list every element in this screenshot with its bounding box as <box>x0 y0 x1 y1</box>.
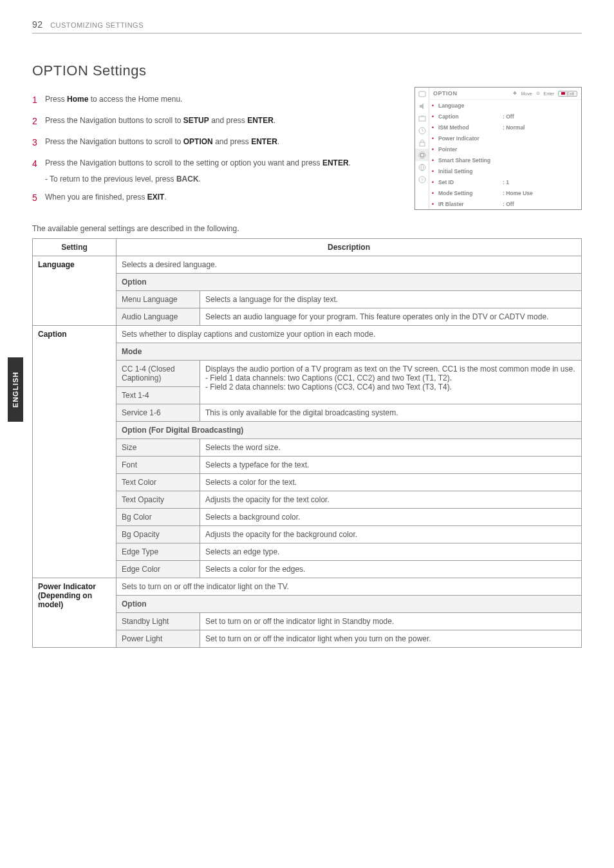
option-name: Bg Opacity <box>116 526 200 543</box>
option-desc: Selects a color for the text. <box>200 474 582 491</box>
page-header: 92 CUSTOMIZING SETTINGS <box>32 19 582 33</box>
osd-item[interactable]: •Smart Share Setting <box>429 155 581 165</box>
option-desc: Selects a color for the edges. <box>200 561 582 578</box>
osd-item[interactable]: •Power Indicator <box>429 133 581 144</box>
option-desc: Set to turn on or off the indicator ligh… <box>200 630 582 648</box>
svg-rect-3 <box>420 142 425 146</box>
subhead-mode: Mode <box>116 343 582 361</box>
osd-item-label: Mode Setting <box>438 190 503 196</box>
osd-item-value: : Normal <box>503 124 525 131</box>
bullet-icon: • <box>432 102 438 109</box>
osd-item[interactable]: •ISM Method: Normal <box>429 122 581 133</box>
bullet-icon: • <box>432 124 438 131</box>
table-head-row: Setting Description <box>33 239 582 256</box>
osd-item[interactable]: •Language <box>429 100 581 111</box>
option-name: Text Opacity <box>116 491 200 509</box>
step-text: Press Home to access the Home menu. <box>45 93 182 105</box>
svg-text:?: ? <box>421 178 423 182</box>
osd-panel: ? OPTION ✥ Move ⊙ Enter Exit •Language•C… <box>414 87 582 210</box>
setting-caption: Caption <box>33 326 116 578</box>
move-icon: ✥ <box>513 91 517 96</box>
step-text: Press the Navigation buttons to scroll t… <box>45 157 351 169</box>
option-name: Edge Type <box>116 543 200 561</box>
step-4: 4 Press the Navigation buttons to scroll… <box>32 157 393 171</box>
osd-item[interactable]: •IR Blaster: Off <box>429 198 581 209</box>
exit-swatch <box>561 92 565 95</box>
svg-point-4 <box>420 153 424 157</box>
bullet-icon: • <box>432 201 438 207</box>
step-text: Press the Navigation buttons to scroll t… <box>45 115 275 126</box>
step-3: 3 Press the Navigation buttons to scroll… <box>32 136 393 149</box>
setting-desc: Sets whether to display captions and cus… <box>116 326 582 343</box>
enter-label: Enter <box>544 91 555 96</box>
osd-item[interactable]: •Set ID: 1 <box>429 176 581 187</box>
osd-item[interactable]: •Initial Setting <box>429 165 581 176</box>
option-desc: Selects a language for the display text. <box>200 291 582 308</box>
subhead-option: Option <box>116 274 582 291</box>
osd-title: OPTION <box>433 90 458 97</box>
osd-rows: •Language•Caption: Off•ISM Method: Norma… <box>429 100 581 209</box>
section-title: OPTION Settings <box>32 62 582 79</box>
bullet-icon: • <box>432 168 438 175</box>
bullet-icon: • <box>432 179 438 185</box>
step-text: Press the Navigation buttons to scroll t… <box>45 136 279 147</box>
option-desc: Displays the audio portion of a TV progr… <box>200 361 582 404</box>
option-name: Text 1-4 <box>116 387 200 404</box>
step-text: When you are finished, press EXIT. <box>45 191 167 203</box>
osd-item-label: Initial Setting <box>438 168 503 175</box>
option-desc: Selects an edge type. <box>200 543 582 561</box>
col-header-setting: Setting <box>33 239 116 256</box>
picture-icon <box>415 88 429 100</box>
osd-item-label: Language <box>438 102 503 109</box>
setting-desc: Sets to turn on or off the indicator lig… <box>116 578 582 596</box>
osd-main: OPTION ✥ Move ⊙ Enter Exit •Language•Cap… <box>429 88 581 209</box>
bullet-icon: • <box>432 157 438 164</box>
step-2: 2 Press the Navigation buttons to scroll… <box>32 115 393 128</box>
option-name: CC 1-4 (Closed Captioning) <box>116 361 200 387</box>
chapter-title: CUSTOMIZING SETTINGS <box>50 21 144 29</box>
subhead-option: Option <box>116 596 582 613</box>
svg-point-6 <box>419 164 425 171</box>
option-name: Bg Color <box>116 509 200 526</box>
step-number: 3 <box>32 136 45 149</box>
osd-item[interactable]: •Mode Setting: Home Use <box>429 187 581 198</box>
svg-rect-0 <box>419 91 425 97</box>
enter-icon: ⊙ <box>536 91 540 96</box>
osd-item-label: IR Blaster <box>438 201 503 207</box>
option-name: Service 1-6 <box>116 404 200 422</box>
bullet-icon: • <box>432 135 438 142</box>
bullet-icon: • <box>432 113 438 120</box>
osd-item-value: : Home Use <box>503 190 533 196</box>
subhead-option-digital: Option (For Digital Broadcasting) <box>116 422 582 439</box>
step-number: 1 <box>32 93 45 107</box>
support-icon: ? <box>415 173 429 185</box>
page-number: 92 <box>32 19 43 30</box>
step-number: 4 <box>32 157 45 171</box>
option-desc: Selects the word size. <box>200 439 582 457</box>
option-name: Text Color <box>116 474 200 491</box>
step-number: 5 <box>32 191 45 205</box>
language-tab: ENGLISH <box>8 357 23 422</box>
option-desc: Set to turn on or off the indicator ligh… <box>200 613 582 630</box>
option-name: Edge Color <box>116 561 200 578</box>
option-name: Audio Language <box>116 308 200 326</box>
channel-icon <box>415 112 429 124</box>
exit-button[interactable]: Exit <box>558 91 577 97</box>
table-row: Power Indicator (Depending on model) Set… <box>33 578 582 596</box>
audio-icon <box>415 100 429 112</box>
osd-item-value: : Off <box>503 201 514 207</box>
option-icon <box>415 149 429 161</box>
col-header-description: Description <box>116 239 582 256</box>
osd-icon-column: ? <box>415 88 429 209</box>
option-desc: Adjusts the opacity for the text color. <box>200 491 582 509</box>
option-name: Font <box>116 457 200 474</box>
osd-item[interactable]: •Caption: Off <box>429 111 581 122</box>
option-desc: Selects a background color. <box>200 509 582 526</box>
osd-item-value: : 1 <box>503 179 509 185</box>
bullet-icon: • <box>432 190 438 196</box>
osd-item[interactable]: •Pointer <box>429 144 581 155</box>
table-row: Caption Sets whether to display captions… <box>33 326 582 343</box>
setting-language: Language <box>33 256 116 326</box>
option-desc: This is only available for the digital b… <box>200 404 582 422</box>
move-label: Move <box>521 91 532 96</box>
